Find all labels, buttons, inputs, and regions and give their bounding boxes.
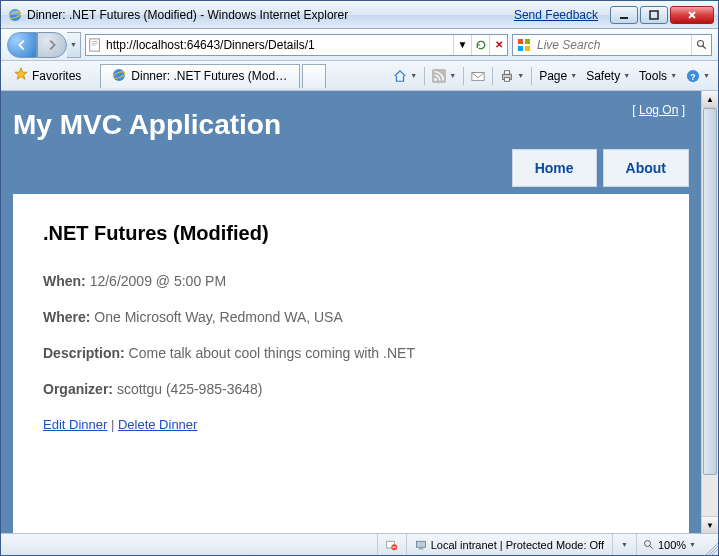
page-menu[interactable]: Page▼ <box>535 65 581 87</box>
page-header: [ Log On ] My MVC Application Home About <box>13 101 689 195</box>
zoom-value: 100% <box>658 539 686 551</box>
when-value: 12/6/2009 @ 5:00 PM <box>86 273 226 289</box>
scroll-up-button[interactable]: ▲ <box>702 91 718 108</box>
search-go-button[interactable] <box>691 35 711 55</box>
menu-about[interactable]: About <box>603 149 689 187</box>
org-value: scottgu (425-985-3648) <box>113 381 262 397</box>
home-button[interactable]: ▼ <box>389 65 421 87</box>
svg-rect-5 <box>518 39 523 44</box>
tools-menu[interactable]: Tools▼ <box>635 65 681 87</box>
logon-bracket-open: [ <box>632 103 639 117</box>
svg-point-10 <box>113 69 125 81</box>
status-zone[interactable]: Local intranet | Protected Mode: Off <box>407 534 613 555</box>
org-row: Organizer: scottgu (425-985-3648) <box>43 381 659 397</box>
back-button[interactable] <box>7 32 37 58</box>
svg-rect-2 <box>620 17 628 19</box>
svg-text:?: ? <box>690 71 695 81</box>
svg-point-9 <box>697 40 703 46</box>
search-input[interactable] <box>535 38 691 52</box>
app-title: My MVC Application <box>13 109 689 141</box>
desc-row: Description: Come talk about cool things… <box>43 345 659 361</box>
nav-history-dropdown[interactable]: ▼ <box>67 32 81 58</box>
minimize-button[interactable] <box>610 6 638 24</box>
close-button[interactable] <box>670 6 714 24</box>
send-feedback-link[interactable]: Send Feedback <box>514 8 598 22</box>
svg-rect-24 <box>418 548 423 550</box>
dinner-heading: .NET Futures (Modified) <box>43 222 659 245</box>
desc-value: Come talk about cool things coming with … <box>125 345 415 361</box>
address-drop[interactable]: ▼ <box>453 35 471 55</box>
page-icon <box>86 38 104 52</box>
svg-point-13 <box>434 78 437 81</box>
tools-label: Tools <box>639 69 667 83</box>
nav-bar: ▼ ▼ ✕ <box>1 29 718 61</box>
zoom-icon <box>643 539 655 551</box>
logon-link[interactable]: Log On <box>639 103 678 117</box>
svg-rect-22 <box>392 546 396 547</box>
url-input[interactable] <box>104 38 453 52</box>
when-row: When: 12/6/2009 @ 5:00 PM <box>43 273 659 289</box>
link-separator: | <box>107 417 118 432</box>
maximize-button[interactable] <box>640 6 668 24</box>
status-popup-blocker[interactable] <box>378 534 407 555</box>
status-mixed[interactable]: ▼ <box>613 534 637 555</box>
svg-rect-16 <box>505 70 510 74</box>
search-box[interactable] <box>512 34 712 56</box>
desc-label: Description: <box>43 345 125 361</box>
favorites-button[interactable]: Favorites <box>5 64 90 88</box>
where-row: Where: One Microsoft Way, Redmond WA, US… <box>43 309 659 325</box>
svg-point-25 <box>644 540 650 546</box>
svg-rect-8 <box>525 46 530 51</box>
page-root: [ Log On ] My MVC Application Home About… <box>1 91 701 533</box>
window-frame: Dinner: .NET Futures (Modified) - Window… <box>0 0 719 556</box>
viewport: [ Log On ] My MVC Application Home About… <box>1 91 701 533</box>
scroll-down-button[interactable]: ▼ <box>702 516 718 533</box>
scroll-thumb[interactable] <box>703 108 717 475</box>
page-label: Page <box>539 69 567 83</box>
computer-icon <box>415 539 427 551</box>
safety-label: Safety <box>586 69 620 83</box>
action-links: Edit Dinner | Delete Dinner <box>43 417 659 432</box>
where-value: One Microsoft Way, Redmond WA, USA <box>90 309 342 325</box>
live-search-icon <box>513 37 535 53</box>
svg-rect-7 <box>518 46 523 51</box>
help-button[interactable]: ?▼ <box>682 65 714 87</box>
zoom-control[interactable]: 100% ▼ <box>637 539 702 551</box>
browser-tab[interactable]: Dinner: .NET Futures (Modified) <box>100 64 300 88</box>
print-button[interactable]: ▼ <box>496 65 528 87</box>
safety-menu[interactable]: Safety▼ <box>582 65 634 87</box>
logon-bracket-close: ] <box>678 103 685 117</box>
content-panel: .NET Futures (Modified) When: 12/6/2009 … <box>13 194 689 533</box>
edit-link[interactable]: Edit Dinner <box>43 417 107 432</box>
svg-rect-17 <box>505 77 510 81</box>
tab-favicon <box>111 67 127 86</box>
read-mail-button[interactable] <box>467 65 489 87</box>
resize-grip[interactable] <box>702 539 718 555</box>
feeds-button[interactable]: ▼ <box>428 65 460 87</box>
svg-rect-3 <box>650 11 658 19</box>
ie-icon <box>7 7 23 23</box>
scroll-track[interactable] <box>702 108 718 516</box>
refresh-button[interactable] <box>471 35 489 55</box>
command-bar: ▼ ▼ ▼ Page▼ Safety▼ Tools▼ ?▼ <box>389 65 714 87</box>
main-menu: Home About <box>13 149 689 187</box>
command-toolbar: Favorites Dinner: .NET Futures (Modified… <box>1 61 718 91</box>
window-title: Dinner: .NET Futures (Modified) - Window… <box>27 8 514 22</box>
vertical-scrollbar[interactable]: ▲ ▼ <box>701 91 718 533</box>
status-bar: Local intranet | Protected Mode: Off ▼ 1… <box>1 533 718 555</box>
address-bar[interactable]: ▼ ✕ <box>85 34 508 56</box>
title-bar[interactable]: Dinner: .NET Futures (Modified) - Window… <box>1 1 718 29</box>
content-wrapper: [ Log On ] My MVC Application Home About… <box>1 91 718 533</box>
status-zone-text: Local intranet | Protected Mode: Off <box>431 539 604 551</box>
star-icon <box>14 67 28 84</box>
new-tab-button[interactable] <box>302 64 326 88</box>
delete-link[interactable]: Delete Dinner <box>118 417 198 432</box>
when-label: When: <box>43 273 86 289</box>
svg-rect-6 <box>525 39 530 44</box>
stop-button[interactable]: ✕ <box>489 35 507 55</box>
forward-button[interactable] <box>37 32 67 58</box>
window-buttons <box>610 6 714 24</box>
svg-rect-23 <box>416 541 425 547</box>
menu-home[interactable]: Home <box>512 149 597 187</box>
svg-rect-12 <box>432 69 446 83</box>
